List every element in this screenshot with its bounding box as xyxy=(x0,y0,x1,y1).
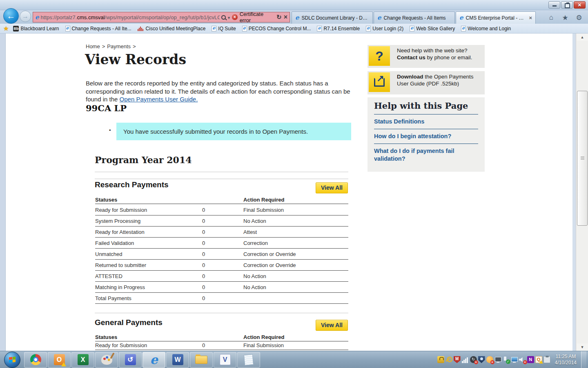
taskbar-word-button[interactable]: W xyxy=(166,352,189,368)
taskbar-lync-button[interactable]: ↺ xyxy=(119,352,142,368)
clipboard-power-icon[interactable] xyxy=(543,356,550,363)
url-prefix: https://portalz7. xyxy=(41,14,77,20)
page-content: Home > Payments > View Records Below are… xyxy=(0,34,588,351)
general-view-all-button[interactable]: View All xyxy=(316,320,348,331)
favorite-label: Cisco Unified MeetingPlace xyxy=(146,26,206,31)
general-payments-table: Ready for Submission0Final Submission xyxy=(95,341,348,350)
download-guide-box[interactable]: Download the Open Payments User Guide (P… xyxy=(368,71,485,94)
favorite-iq-suite[interactable]: IQ Suite xyxy=(210,26,237,31)
favorite-user-login[interactable]: User Login (2) xyxy=(364,26,405,31)
address-bar[interactable]: e https://portalz7.cms.cmsval/wps/myport… xyxy=(33,12,290,22)
display-icon[interactable] xyxy=(494,356,501,363)
open-payments-user-guide-link[interactable]: Open Payments User Guide. xyxy=(120,96,198,103)
mcafee-shield-icon[interactable] xyxy=(454,356,461,363)
statuses-column-header: Statuses xyxy=(95,197,202,204)
taskbar-excel-button[interactable]: X xyxy=(71,352,94,368)
favorite-welcome-login[interactable]: Welcome and Login xyxy=(459,26,512,31)
restore-button[interactable] xyxy=(561,1,573,9)
close-button[interactable] xyxy=(574,1,586,9)
help-panel-title: Help with this Page xyxy=(374,101,478,114)
favorite-r714-ensemble[interactable]: R7.14 Ensemble xyxy=(315,26,361,31)
address-dropdown-icon[interactable] xyxy=(228,13,230,21)
taskbar-internet-explorer-button[interactable]: e xyxy=(143,352,165,368)
tab-label: Change Requests - All Items xyxy=(384,15,451,21)
favorite-label: Blackboard Learn xyxy=(20,26,59,31)
tab-change-requests[interactable]: e Change Requests - All Items xyxy=(374,11,455,24)
favorite-label: User Login (2) xyxy=(372,26,403,31)
lock-icon[interactable] xyxy=(437,356,444,363)
taskbar: O X ↺ e W V 11:25 AM 4/10/2014 xyxy=(0,351,588,368)
ie-page-icon xyxy=(366,26,371,31)
tab-cms-enterprise-portal[interactable]: e CMS Enterprise Portal - Reg... xyxy=(456,11,536,24)
security-shield-user-icon[interactable] xyxy=(478,356,485,363)
notepad-icon xyxy=(244,354,254,366)
volume-muted-icon[interactable] xyxy=(519,356,526,363)
certificate-error-badge[interactable]: × Certificate error xyxy=(232,11,274,23)
add-favorite-star-icon[interactable] xyxy=(3,25,9,32)
minimize-button[interactable] xyxy=(548,1,560,9)
start-button[interactable] xyxy=(4,352,20,368)
ie-page-icon xyxy=(461,26,466,31)
download-text-bold[interactable]: Download xyxy=(397,74,423,80)
back-button[interactable]: ← xyxy=(3,8,19,24)
page-favicon: e xyxy=(35,14,39,20)
table-row: Failed Validation0Correction xyxy=(95,238,348,249)
remote-display-icon[interactable] xyxy=(511,356,518,363)
home-icon[interactable] xyxy=(546,13,556,22)
q-app-warning-icon[interactable] xyxy=(535,356,542,363)
favorite-cisco-meetingplace[interactable]: Cisco Unified MeetingPlace xyxy=(136,26,207,31)
count-cell: 0 xyxy=(202,284,243,290)
scroll-up-icon[interactable] xyxy=(577,34,588,41)
count-cell: 0 xyxy=(202,295,243,301)
status-definitions-link[interactable]: Status Definitions xyxy=(374,118,478,129)
tools-gear-icon[interactable] xyxy=(574,13,584,22)
research-view-all-button[interactable]: View All xyxy=(316,182,348,193)
favorite-web-slice-gallery[interactable]: Web Slice Gallery xyxy=(408,26,457,31)
breadcrumb-home[interactable]: Home xyxy=(86,43,100,49)
favorite-blackboard[interactable]: BbBlackboard Learn xyxy=(11,26,60,31)
sync-error-icon[interactable] xyxy=(470,356,477,363)
taskbar-explorer-button[interactable] xyxy=(190,352,213,368)
taskbar-clock[interactable]: 11:25 AM 4/10/2014 xyxy=(552,354,580,366)
success-bullet: • xyxy=(109,127,111,133)
favorite-change-requests[interactable]: Change Requests - All Ite... xyxy=(64,26,133,31)
favorites-icon[interactable] xyxy=(560,13,570,22)
count-column-header xyxy=(202,197,243,204)
scroll-down-icon[interactable] xyxy=(577,343,588,351)
tab-close-icon[interactable] xyxy=(529,15,532,21)
contact-text-pre: Need help with the web site? xyxy=(397,47,468,54)
scrollbar-thumb[interactable] xyxy=(577,91,588,226)
payments-fail-validation-link[interactable]: What do I do if payments fail validation… xyxy=(374,147,468,166)
visio-icon: V xyxy=(220,354,231,365)
usb-device-ok-icon[interactable] xyxy=(503,356,510,363)
show-desktop-button[interactable] xyxy=(581,351,586,368)
taskbar-paint-button[interactable] xyxy=(95,352,118,368)
url-text[interactable]: https://portalz7.cms.cmsval/wps/myportal… xyxy=(41,14,220,20)
tab-sdlc-document-library[interactable]: e SDLC Document Library - Doc... xyxy=(292,11,373,24)
begin-attestation-link[interactable]: How do I begin attestation? xyxy=(374,132,478,144)
refresh-icon[interactable] xyxy=(276,13,282,21)
onenote-icon[interactable] xyxy=(527,356,534,363)
taskbar-chrome-button[interactable] xyxy=(24,352,47,368)
system-tray: 11:25 AM 4/10/2014 xyxy=(437,351,588,368)
lync-icon: ↺ xyxy=(125,354,136,365)
contact-help-box[interactable]: ? Need help with the web site? Contact u… xyxy=(368,45,485,68)
forward-button[interactable]: → xyxy=(20,11,31,22)
vertical-scrollbar[interactable] xyxy=(576,34,588,351)
status-error-icon[interactable] xyxy=(486,356,493,363)
favorite-pecos[interactable]: PECOS Change Control M... xyxy=(241,26,313,31)
contact-us-text[interactable]: Contact us xyxy=(397,54,425,61)
success-message-box: You have successfully submitted your rec… xyxy=(116,123,351,140)
signal-bars-icon[interactable] xyxy=(462,356,469,363)
table-row: Ready for Submission0Final Submission xyxy=(95,341,348,350)
breadcrumb-payments[interactable]: Payments xyxy=(107,43,131,49)
stop-icon[interactable] xyxy=(284,13,287,21)
contact-help-text: Need help with the web site? Contact us … xyxy=(391,45,485,68)
taskbar-visio-button[interactable]: V xyxy=(214,352,236,368)
taskbar-notepad-button[interactable] xyxy=(237,352,260,368)
taskbar-outlook-button[interactable]: O xyxy=(48,352,71,368)
outlook-icon: O xyxy=(54,354,65,365)
cisco-icon xyxy=(138,26,144,31)
search-icon[interactable] xyxy=(221,15,226,20)
key-icon[interactable] xyxy=(445,356,452,363)
